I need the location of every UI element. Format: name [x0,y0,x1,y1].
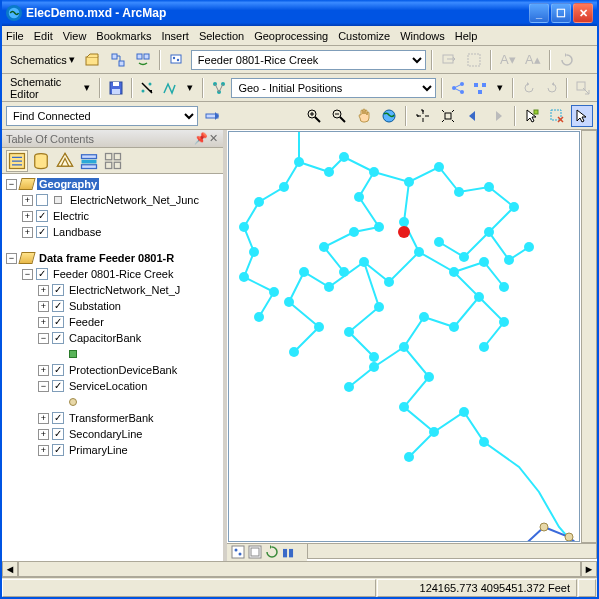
menu-bookmarks[interactable]: Bookmarks [96,30,151,42]
run-trace-icon[interactable] [201,105,223,127]
menu-selection[interactable]: Selection [199,30,244,42]
extent-icon[interactable] [463,49,485,71]
layer-label[interactable]: Feeder [67,316,106,328]
minimize-button[interactable]: _ [529,3,549,23]
restore-symbol-icon[interactable] [556,49,578,71]
expand-toggle[interactable]: + [22,211,33,222]
expand-toggle[interactable]: + [38,285,49,296]
checkbox[interactable] [36,194,48,206]
clear-selection-icon[interactable] [573,77,593,99]
generate-schematic-icon[interactable] [107,49,129,71]
layer-label[interactable]: PrimaryLine [67,444,130,456]
open-schematic-icon[interactable] [82,49,104,71]
expand-toggle[interactable]: + [22,195,33,206]
layer-label[interactable]: TransformerBank [67,412,156,424]
zoom-out-icon[interactable] [328,105,350,127]
clear-selected-icon[interactable] [546,105,568,127]
options-icon[interactable] [102,150,124,172]
layer-label[interactable]: ElectricNetwork_Net_Junc [68,194,201,206]
scroll-right-icon[interactable]: ► [581,561,597,577]
schematic-editor-dropdown[interactable]: Schematic Editor▾ [6,74,94,102]
checkbox[interactable] [52,364,64,376]
update-schematic-icon[interactable] [132,49,154,71]
layer-geography[interactable]: Geography [37,178,99,190]
undo-layout-icon[interactable] [519,77,539,99]
menu-edit[interactable]: Edit [34,30,53,42]
expand-toggle[interactable]: − [38,333,49,344]
full-extent-icon[interactable] [378,105,400,127]
expand-toggle[interactable]: + [38,445,49,456]
expand-toggle[interactable]: + [22,227,33,238]
layer-label[interactable]: SecondaryLine [67,428,144,440]
bottom-scrollbar[interactable]: ◄ ► [2,561,597,577]
increase-symbol-icon[interactable]: A▴ [522,49,544,71]
layer-drop-icon[interactable] [166,49,188,71]
expand-toggle[interactable]: − [22,269,33,280]
map-canvas[interactable] [228,131,580,542]
checkbox[interactable] [36,268,48,280]
list-by-source-icon[interactable] [30,150,52,172]
list-by-visibility-icon[interactable] [54,150,76,172]
zoom-in-icon[interactable] [303,105,325,127]
expand-toggle[interactable]: + [38,429,49,440]
expand-toggle[interactable]: + [38,365,49,376]
toc-tree[interactable]: − Geography +ElectricNetwork_Net_Junc +E… [2,174,223,561]
expand-toggle[interactable]: + [38,301,49,312]
align-icon[interactable] [471,77,491,99]
pin-icon[interactable]: 📌 [195,133,207,145]
layout-select[interactable]: Geo - Initial Positions [231,78,436,98]
checkbox[interactable] [52,428,64,440]
layer-label[interactable]: ServiceLocation [67,380,149,392]
fixed-zoom-in-icon[interactable] [412,105,434,127]
close-toc-icon[interactable]: ✕ [207,133,219,145]
menu-view[interactable]: View [63,30,87,42]
layer-label[interactable]: ElectricNetwork_Net_J [67,284,182,296]
align-drop[interactable]: ▾ [493,79,507,96]
close-button[interactable]: ✕ [573,3,593,23]
horizontal-scrollbar[interactable] [307,543,597,559]
checkbox[interactable] [52,316,64,328]
checkbox[interactable] [52,444,64,456]
menu-help[interactable]: Help [455,30,478,42]
layer-label[interactable]: CapacitorBank [67,332,143,344]
move-tool-icon[interactable] [160,77,180,99]
checkbox[interactable] [36,226,48,238]
expand-toggle[interactable]: − [6,179,17,190]
list-by-drawing-icon[interactable] [6,150,28,172]
expand-toggle[interactable]: − [6,253,17,264]
menu-file[interactable]: File [6,30,24,42]
refresh-icon[interactable] [265,545,279,561]
checkbox[interactable] [52,300,64,312]
menu-customize[interactable]: Customize [338,30,390,42]
next-extent-icon[interactable] [487,105,509,127]
select-features-icon[interactable] [521,105,543,127]
layer-feeder[interactable]: Feeder 0801-Rice Creek [51,268,175,280]
feeder-select[interactable]: Feeder 0801-Rice Creek [191,50,426,70]
checkbox[interactable] [52,332,64,344]
checkbox[interactable] [36,210,48,222]
decrease-symbol-icon[interactable]: A▾ [497,49,519,71]
expand-toggle[interactable]: − [38,381,49,392]
layout-view-icon[interactable] [248,545,262,561]
scroll-left-icon[interactable]: ◄ [2,561,18,577]
menu-windows[interactable]: Windows [400,30,445,42]
layer-label[interactable]: Electric [51,210,91,222]
checkbox[interactable] [52,380,64,392]
menu-insert[interactable]: Insert [161,30,189,42]
layer-label[interactable]: Substation [67,300,123,312]
layer-label[interactable]: ProtectionDeviceBank [67,364,179,376]
menu-geoprocessing[interactable]: Geoprocessing [254,30,328,42]
maximize-button[interactable]: ☐ [551,3,571,23]
fixed-zoom-out-icon[interactable] [437,105,459,127]
move-drop[interactable]: ▾ [183,79,197,96]
checkbox[interactable] [52,284,64,296]
prev-extent-icon[interactable] [462,105,484,127]
layout-task-icon[interactable] [209,77,229,99]
save-icon[interactable] [106,77,126,99]
select-elements-icon[interactable] [571,105,593,127]
layer-label[interactable]: Landbase [51,226,103,238]
vertical-scrollbar[interactable] [581,130,597,543]
edit-tool-icon[interactable] [138,77,158,99]
pan-icon[interactable] [353,105,375,127]
find-connected-select[interactable]: Find Connected [6,106,198,126]
